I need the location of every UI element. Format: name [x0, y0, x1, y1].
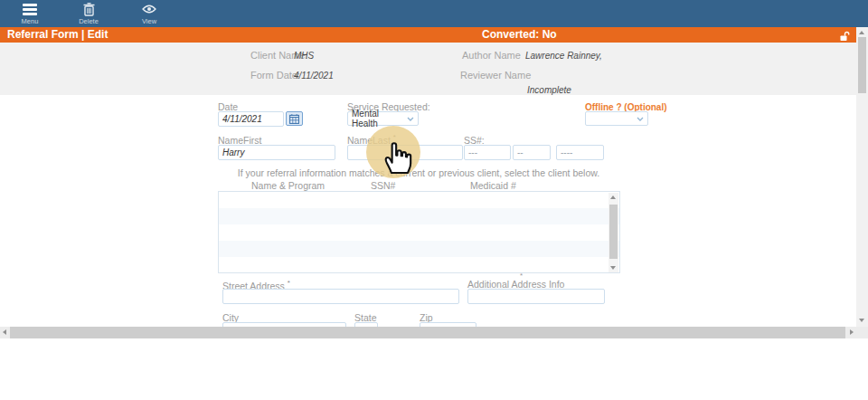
chevron-down-icon — [637, 117, 644, 121]
additional-address-input[interactable] — [467, 289, 605, 304]
form-meta-header: Client Name: MHS Author Name Lawrence Ra… — [0, 43, 856, 95]
list-row — [219, 257, 619, 273]
street-address-input[interactable] — [222, 289, 459, 304]
list-scrollbar-thumb[interactable] — [609, 205, 618, 259]
reviewer-name-label: Reviewer Name — [460, 70, 531, 81]
vertical-scrollbar-thumb[interactable] — [858, 37, 866, 93]
delete-button[interactable]: Delete — [69, 2, 108, 26]
service-requested-select[interactable]: Mental Health — [347, 111, 419, 126]
trash-icon — [69, 2, 108, 16]
scroll-left-icon[interactable] — [3, 329, 6, 335]
view-button[interactable]: View — [129, 2, 169, 26]
list-row — [219, 241, 619, 257]
ssn-part3-input[interactable] — [556, 145, 604, 160]
ssn-part2-input[interactable] — [513, 145, 551, 160]
form-date-label: Form Date: — [250, 70, 300, 81]
required-asterisk: * — [288, 279, 290, 287]
date-input[interactable] — [218, 111, 284, 127]
scroll-right-icon[interactable] — [850, 329, 854, 335]
list-row — [219, 208, 619, 224]
calendar-picker-button[interactable] — [286, 111, 303, 126]
offline-select[interactable] — [585, 111, 648, 126]
calendar-icon — [289, 114, 299, 124]
match-instruction: If your referral information matches a c… — [213, 167, 624, 178]
form-date-value: 4/11/2021 — [294, 71, 334, 81]
delete-label: Delete — [69, 17, 108, 25]
horizontal-scrollbar-thumb[interactable] — [10, 327, 845, 338]
author-name-label: Author Name — [462, 50, 521, 61]
hand-cursor-icon — [382, 139, 413, 179]
author-name-value: Lawrence Rainney, — [525, 51, 602, 61]
scroll-down-icon[interactable] — [859, 319, 864, 322]
menu-icon — [10, 2, 50, 16]
list-row — [219, 224, 619, 241]
list-vertical-scrollbar[interactable] — [609, 193, 618, 272]
scroll-up-icon[interactable] — [610, 195, 616, 199]
menu-button[interactable]: Menu — [10, 2, 50, 26]
page-title: Referral Form | Edit — [7, 28, 108, 42]
scroll-down-icon[interactable] — [610, 266, 616, 270]
column-header-medicaid: Medicaid # — [470, 180, 516, 191]
column-header-name-program: Name & Program — [251, 180, 325, 191]
vertical-scrollbar[interactable] — [856, 27, 868, 327]
horizontal-scrollbar[interactable] — [0, 327, 868, 338]
top-toolbar: Menu Delete View — [0, 0, 868, 27]
scroll-up-icon[interactable] — [859, 31, 864, 34]
ssn-part1-input[interactable] — [464, 145, 511, 160]
converted-status: Converted: No — [482, 28, 557, 42]
client-name-value: MHS — [294, 51, 314, 61]
name-first-input[interactable] — [218, 145, 335, 160]
client-match-list[interactable] — [218, 191, 620, 273]
view-label: View — [129, 17, 169, 25]
chevron-down-icon — [407, 117, 414, 121]
form-status: Incomplete — [527, 85, 571, 95]
list-row — [219, 192, 619, 208]
eye-icon — [129, 2, 169, 16]
referral-form-body: Date Service Requested: Mental Health Of… — [0, 95, 856, 327]
column-header-ssn: SSN# — [371, 180, 395, 191]
form-title-bar: Referral Form | Edit Converted: No — [0, 27, 856, 43]
menu-label: Menu — [10, 17, 50, 25]
